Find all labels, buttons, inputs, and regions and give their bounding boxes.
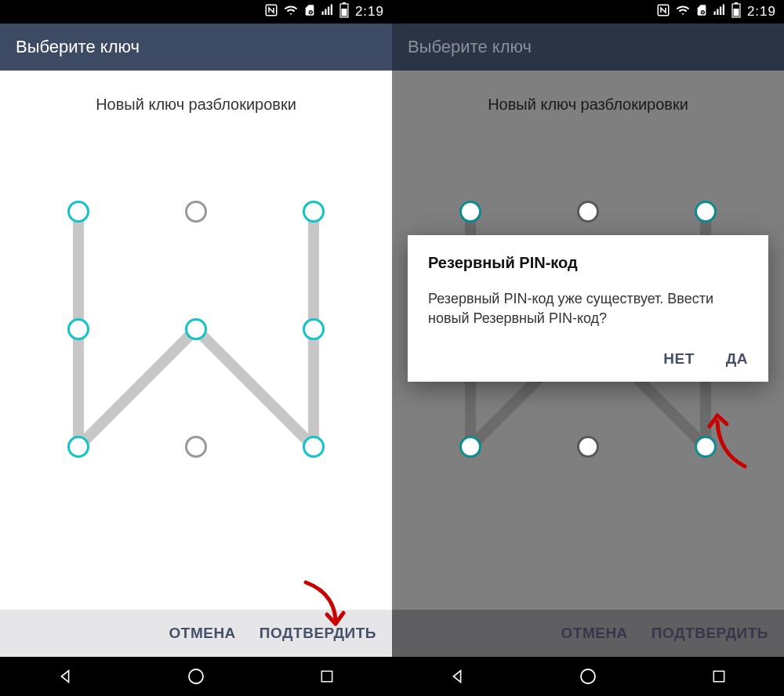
svg-rect-21 [713,671,724,681]
pattern-dot-5[interactable] [303,318,325,340]
svg-rect-14 [717,9,718,16]
nav-bar [0,657,392,696]
svg-rect-5 [331,5,332,16]
svg-rect-8 [341,9,347,16]
pattern-dot-7 [577,436,599,458]
pattern-dot-2 [695,201,717,223]
nav-back-button[interactable] [49,661,81,692]
backup-pin-dialog: Резервный PIN-код Резервный PIN-код уже … [408,235,768,382]
dialog-title: Резервный PIN-код [428,254,748,272]
nfc-icon [264,3,278,20]
nav-back-button[interactable] [441,661,473,692]
svg-rect-10 [321,671,332,681]
nav-recent-button[interactable] [703,661,735,692]
status-time: 2:19 [747,4,776,20]
page-title: Выберите ключ [408,37,532,57]
svg-rect-7 [343,2,346,4]
footer-bar: ОТМЕНА ПОДТВЕРДИТЬ [392,610,784,657]
signal-icon [321,3,335,20]
nav-home-button[interactable] [180,661,212,692]
page-title: Выберите ключ [16,37,140,57]
sd-card-icon [695,3,708,20]
cancel-button[interactable]: ОТМЕНА [169,625,236,642]
svg-rect-4 [328,7,329,16]
pattern-dot-3[interactable] [67,318,89,340]
confirm-button[interactable]: ПОДТВЕРДИТЬ [260,625,376,642]
svg-rect-13 [713,12,715,16]
pattern-dot-8[interactable] [303,436,325,458]
phone-screen-right: 2:19 Выберите ключ Новый ключ разблокиро… [392,0,784,696]
pattern-dot-6[interactable] [67,436,89,458]
title-bar: Выберите ключ [0,24,392,71]
instruction-text: Новый ключ разблокировки [392,71,784,114]
pattern-lock[interactable] [47,180,345,478]
svg-rect-15 [720,7,721,16]
title-bar: Выберите ключ [392,24,784,71]
svg-rect-18 [735,2,738,4]
battery-icon [339,2,349,21]
nav-bar [392,657,784,696]
nav-recent-button[interactable] [311,661,343,692]
signal-icon [713,3,727,20]
footer-bar: ОТМЕНА ПОДТВЕРДИТЬ [0,610,392,657]
pattern-dot-4[interactable] [185,318,207,340]
dialog-no-button[interactable]: НЕТ [663,350,695,368]
content-area: Новый ключ разблокировки [0,71,392,610]
pattern-dot-1 [577,201,599,223]
dialog-actions: НЕТ ДА [428,350,748,368]
battery-icon [731,2,741,21]
dialog-yes-button[interactable]: ДА [726,350,748,368]
wifi-icon [283,3,299,20]
svg-rect-2 [321,12,323,16]
pattern-dot-1[interactable] [185,201,207,223]
pattern-dot-2[interactable] [303,201,325,223]
nfc-icon [656,3,670,20]
svg-rect-3 [325,9,326,16]
sd-card-icon [303,3,316,20]
wifi-icon [675,3,691,20]
svg-point-20 [581,669,595,683]
pattern-dot-0[interactable] [67,201,89,223]
svg-point-9 [189,669,203,683]
confirm-button: ПОДТВЕРДИТЬ [652,625,768,642]
status-time: 2:19 [355,4,384,20]
svg-rect-19 [733,9,739,16]
pattern-dot-8 [695,436,717,458]
status-bar: 2:19 [0,0,392,24]
nav-home-button[interactable] [572,661,604,692]
dialog-body: Резервный PIN-код уже существует. Ввести… [428,289,748,328]
pattern-dot-0 [459,201,481,223]
cancel-button: ОТМЕНА [561,625,628,642]
pattern-dot-7[interactable] [185,436,207,458]
instruction-text: Новый ключ разблокировки [0,71,392,114]
phone-screen-left: 2:19 Выберите ключ Новый ключ разблокиро… [0,0,392,696]
pattern-dot-6 [459,436,481,458]
svg-rect-16 [723,5,724,16]
status-bar: 2:19 [392,0,784,24]
